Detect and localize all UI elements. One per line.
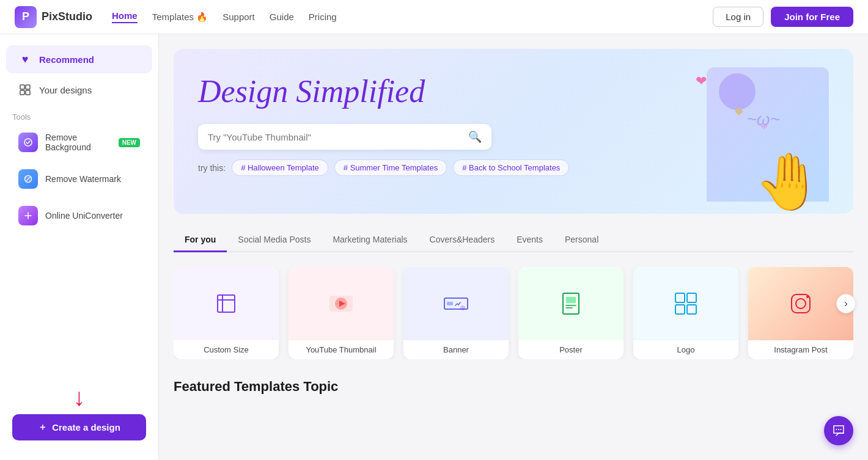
sidebar-tool-remove-bg[interactable]: Remove Background NEW [6, 125, 152, 159]
tag-halloween[interactable]: # Halloween Template [232, 159, 328, 176]
svg-rect-15 [675, 293, 685, 302]
svg-rect-16 [687, 293, 696, 302]
uniconverter-icon [18, 206, 38, 225]
svg-rect-17 [675, 305, 685, 314]
svg-point-20 [796, 299, 806, 308]
tab-marketing[interactable]: Marketing Materials [322, 228, 418, 252]
svg-rect-11 [447, 302, 453, 305]
try-this-label: try this: [198, 163, 226, 173]
svg-point-22 [836, 429, 837, 430]
layout: ♥ Recommend Your designs Tools Remove Ba… [0, 34, 868, 460]
logo-label: Logo [633, 340, 738, 359]
nav-templates[interactable]: Templates 🔥 [152, 12, 208, 23]
svg-rect-2 [20, 90, 24, 95]
heart-icon: ♥ [18, 53, 32, 66]
template-card-logo[interactable]: Logo [633, 267, 738, 359]
tag-school[interactable]: # Back to School Templates [453, 159, 569, 176]
svg-point-12 [460, 305, 465, 310]
tools-section-label: Tools [0, 105, 158, 124]
svg-rect-1 [26, 85, 30, 89]
tab-events[interactable]: Events [506, 228, 554, 252]
sidebar-item-your-designs[interactable]: Your designs [6, 76, 152, 104]
logo[interactable]: P PixStudio [15, 6, 92, 28]
your-designs-label: Your designs [39, 85, 92, 95]
try-this-section: try this: # Halloween Template # Summer … [198, 159, 829, 176]
search-input[interactable] [208, 132, 468, 142]
remove-watermark-label: Remove Watermark [45, 174, 121, 184]
sidebar-recommend-label: Recommend [39, 54, 94, 65]
template-card-custom-size[interactable]: Custom Size [174, 267, 279, 359]
tab-social-media[interactable]: Social Media Posts [227, 228, 322, 252]
join-button[interactable]: Join for Free [771, 7, 853, 27]
next-arrow-button[interactable]: › [836, 294, 856, 313]
custom-size-label: Custom Size [174, 340, 279, 359]
logo-thumb [633, 267, 738, 340]
category-tabs: For you Social Media Posts Marketing Mat… [174, 228, 853, 252]
sidebar-bottom: ↓ ＋ Create a design [0, 375, 158, 450]
search-bar: 🔍 [198, 124, 491, 150]
template-cards-section: Custom Size YouTube Thumbnail Banner [174, 267, 853, 359]
svg-rect-14 [566, 297, 576, 303]
svg-rect-0 [20, 85, 24, 89]
svg-rect-18 [687, 305, 696, 314]
svg-point-21 [806, 296, 809, 298]
banner-thumb [403, 267, 509, 340]
designs-icon [18, 83, 32, 97]
template-card-instagram[interactable]: Instagram Post [748, 267, 853, 359]
tab-for-you[interactable]: For you [174, 228, 227, 252]
tab-personal[interactable]: Personal [554, 228, 609, 252]
hero-banner: Design Simplified 🔍 try this: # Hallowee… [174, 49, 853, 214]
main-content: Design Simplified 🔍 try this: # Hallowee… [159, 34, 868, 460]
arrow-down-indicator: ↓ [12, 385, 146, 409]
new-badge: NEW [119, 138, 140, 147]
nav-guide[interactable]: Guide [270, 12, 294, 22]
logo-text: PixStudio [42, 10, 92, 23]
sidebar: ♥ Recommend Your designs Tools Remove Ba… [0, 34, 159, 460]
svg-point-23 [838, 429, 839, 430]
deco-heart-icon2: ❤ [760, 122, 768, 132]
sidebar-tool-remove-watermark[interactable]: Remove Watermark [6, 162, 152, 196]
nav-home[interactable]: Home [112, 10, 138, 23]
nav-support[interactable]: Support [223, 12, 255, 22]
banner-label: Banner [403, 340, 509, 359]
template-card-youtube[interactable]: YouTube Thumbnail [289, 267, 394, 359]
search-icon[interactable]: 🔍 [468, 130, 482, 144]
tab-covers[interactable]: Covers&Headers [419, 228, 506, 252]
nav-actions: Log in Join for Free [713, 7, 853, 27]
poster-thumb [518, 267, 623, 340]
remove-bg-label: Remove Background [45, 133, 111, 152]
remove-bg-icon [18, 133, 38, 152]
uniconverter-label: Online UniConverter [45, 211, 123, 221]
featured-section-title: Featured Templates Topic [174, 379, 853, 395]
template-card-poster[interactable]: Poster [518, 267, 623, 359]
nav-links: Home Templates 🔥 Support Guide Pricing [112, 10, 713, 23]
arrow-down-icon: ↓ [73, 385, 86, 409]
custom-size-thumb [174, 267, 279, 340]
navbar: P PixStudio Home Templates 🔥 Support Gui… [0, 0, 868, 34]
logo-icon: P [15, 6, 37, 28]
create-design-button[interactable]: ＋ Create a design [12, 414, 146, 440]
remove-watermark-icon [18, 169, 38, 189]
chat-fab-button[interactable] [824, 416, 853, 445]
instagram-label: Instagram Post [748, 340, 853, 359]
svg-rect-6 [218, 295, 235, 312]
youtube-label: YouTube Thumbnail [289, 340, 394, 359]
tag-summer[interactable]: # Summer Time Templates [334, 159, 447, 176]
login-button[interactable]: Log in [713, 7, 763, 27]
plus-icon: ＋ [38, 422, 47, 433]
hero-title: Design Simplified [198, 73, 829, 109]
svg-rect-13 [563, 293, 579, 314]
nav-pricing[interactable]: Pricing [309, 12, 337, 22]
poster-label: Poster [518, 340, 623, 359]
svg-rect-3 [26, 90, 30, 95]
deco-squiggle: ~ω~ [746, 110, 780, 130]
sidebar-item-recommend[interactable]: ♥ Recommend [6, 45, 152, 73]
template-card-banner[interactable]: Banner [403, 267, 509, 359]
svg-point-24 [840, 429, 842, 430]
template-row: Custom Size YouTube Thumbnail Banner [174, 267, 853, 359]
youtube-thumb [289, 267, 394, 340]
sidebar-tool-uniconverter[interactable]: Online UniConverter [6, 199, 152, 233]
